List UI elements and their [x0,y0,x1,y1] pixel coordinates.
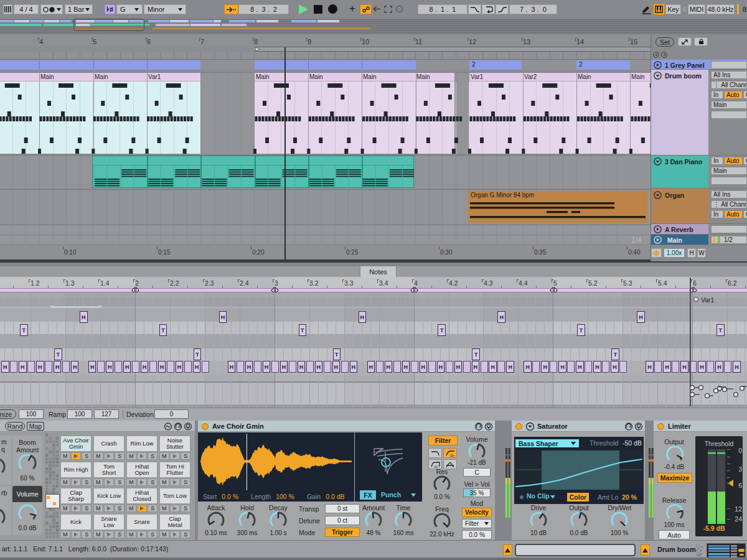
svg-text:2x: 2x [450,454,454,457]
